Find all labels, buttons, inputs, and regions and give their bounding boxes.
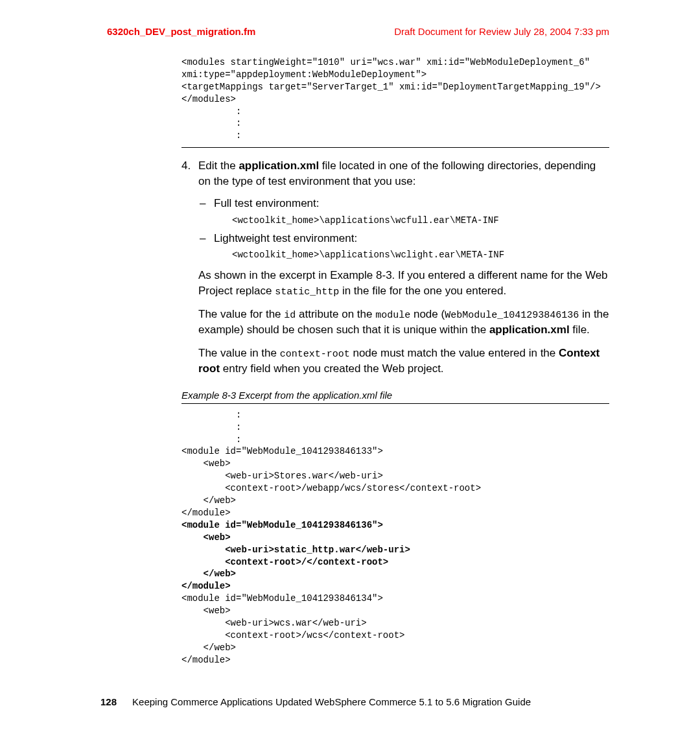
code-line-bold: <module id="WebModule_1041293846136"> [181, 520, 383, 530]
code-line: : [181, 410, 241, 420]
page-number: 128 [100, 696, 117, 707]
code-line: <module id="WebModule_1041293846134"> [181, 593, 383, 604]
divider [181, 147, 609, 148]
code-line: <targetMappings target="ServerTarget_1" … [181, 82, 601, 92]
page-footer: 128 Keeping Commerce Applications Update… [100, 696, 609, 707]
code-line-bold: <web> [181, 532, 231, 543]
code-line: <module id="WebModule_1041293846133"> [181, 446, 383, 456]
step-text: Edit the application.xml file located in… [198, 158, 609, 189]
code-line: </modules> [181, 94, 236, 104]
bullet-full-test: – Full test environment: [200, 196, 609, 211]
code-line: </web> [181, 642, 236, 653]
step-4: 4. Edit the application.xml file located… [181, 158, 609, 189]
code-line: </module> [181, 655, 231, 665]
code-line: : [181, 422, 241, 432]
bold-filename: application.xml [239, 159, 319, 172]
code-line-bold: </module> [181, 581, 231, 591]
code-line: <web-uri>Stores.war</web-uri> [181, 471, 383, 481]
code-line: <context-root>/webapp/wcs/stores</contex… [181, 483, 481, 493]
code-line-bold: <web-uri>static_http.war</web-uri> [181, 545, 410, 555]
code-line: : [181, 434, 241, 445]
step-number: 4. [181, 158, 198, 189]
code-path-full: <wctoolkit_home>\applications\wcfull.ear… [232, 215, 609, 226]
inline-code: id [284, 310, 296, 321]
code-line: </web> [181, 495, 236, 506]
code-line: <web-uri>wcs.war</web-uri> [181, 618, 367, 628]
paragraph-excerpt: As shown in the excerpt in Example 8-3. … [198, 268, 609, 299]
code-line: : [181, 106, 241, 117]
inline-code: WebModule_1041293846136 [445, 310, 579, 321]
header-draft-info: Draft Document for Review July 28, 2004 … [394, 26, 609, 37]
example-caption: Example 8-3 Excerpt from the application… [181, 390, 609, 401]
code-line-bold: </web> [181, 569, 236, 579]
paragraph-context-root: The value in the context-root node must … [198, 346, 609, 377]
code-line: <context-root>/wcs</context-root> [181, 630, 404, 641]
bullet-dash-icon: – [200, 196, 214, 211]
inline-code: context-root [280, 349, 350, 360]
code-line: </module> [181, 508, 231, 518]
code-path-light: <wctoolkit_home>\applications\wclight.ea… [232, 250, 609, 260]
page-header: 6320ch_DEV_post_migration.fm Draft Docum… [0, 0, 700, 37]
divider [181, 403, 609, 404]
header-filename: 6320ch_DEV_post_migration.fm [107, 26, 255, 37]
bold-filename: application.xml [489, 323, 570, 336]
paragraph-id-attr: The value for the id attribute on the mo… [198, 307, 609, 338]
code-line-bold: <context-root>/</context-root> [181, 557, 388, 567]
code-block-modules: <modules startingWeight="1010" uri="wcs.… [181, 56, 609, 142]
page-content: <modules startingWeight="1010" uri="wcs.… [0, 37, 700, 666]
code-line: <modules startingWeight="1010" uri="wcs.… [181, 57, 596, 67]
bullet-lightweight-test: – Lightweight test environment: [200, 231, 609, 246]
code-line: : [181, 118, 241, 128]
inline-code: static_http [275, 287, 339, 298]
code-line: <web> [181, 458, 231, 469]
bullet-dash-icon: – [200, 231, 214, 246]
footer-title: Keeping Commerce Applications Updated We… [132, 696, 609, 707]
code-block-application-xml: : : : <module id="WebModule_104129384613… [181, 409, 609, 666]
code-line: <web> [181, 606, 231, 616]
inline-code: module [375, 310, 410, 321]
code-line: : [181, 130, 241, 141]
bullet-text: Full test environment: [214, 196, 320, 211]
code-line: xmi:type="appdeployment:WebModuleDeploym… [181, 69, 426, 80]
bullet-text: Lightweight test environment: [214, 231, 357, 246]
